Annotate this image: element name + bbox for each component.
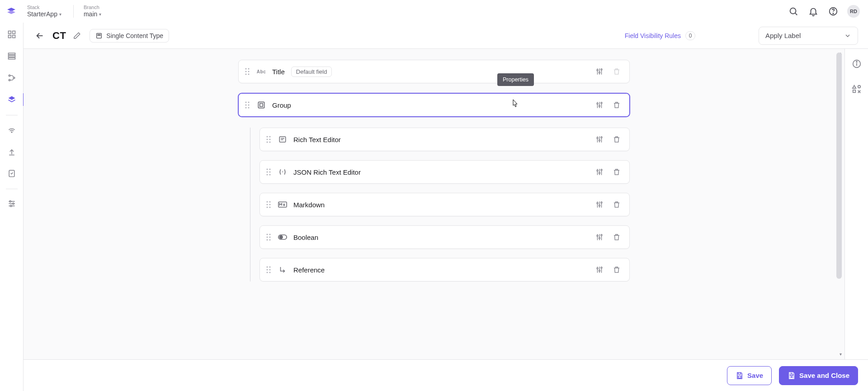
field-delete-button[interactable] [611,199,622,210]
help-button[interactable] [826,4,841,19]
svg-rect-4 [8,31,11,34]
field-markdown[interactable]: Markdown [259,193,630,216]
info-panel-button[interactable] [852,59,862,71]
field-group[interactable]: Group [238,93,630,117]
field-rich-text[interactable]: Rich Text Editor [259,128,630,151]
save-close-label: Save and Close [799,372,849,379]
notifications-button[interactable] [806,4,821,19]
drag-handle[interactable] [265,136,272,143]
field-properties-button[interactable] [594,134,605,145]
scroll-down-arrow[interactable]: ▾ [840,352,842,357]
edit-title-button[interactable] [71,29,83,42]
chevron-down-icon: ▾ [59,12,61,17]
drag-handle[interactable] [244,68,250,75]
nav-workflows[interactable] [5,71,19,85]
svg-point-110 [601,234,602,236]
svg-point-74 [269,172,271,173]
svg-point-81 [597,170,598,172]
svg-point-82 [599,172,600,174]
svg-point-31 [248,68,250,70]
svg-point-53 [597,103,598,105]
field-properties-button[interactable] [594,264,605,275]
drag-handle[interactable] [265,201,272,208]
nav-entries[interactable] [5,49,19,63]
branch-selector[interactable]: Branch main▾ [84,5,101,18]
field-properties-button[interactable] [594,232,605,243]
field-json-rte[interactable]: T JSON Rich Text Editor [259,160,630,184]
markdown-field-icon [278,201,287,208]
nav-tasks[interactable] [5,166,19,181]
svg-point-58 [267,139,268,140]
drag-handle[interactable] [265,168,272,176]
apply-label-select[interactable]: Apply Label [759,27,858,45]
mouse-cursor [510,99,519,112]
drag-handle[interactable] [265,234,272,241]
save-button[interactable]: Save [727,366,772,385]
trash-icon [613,266,621,274]
nav-publish[interactable] [5,144,19,159]
svg-point-44 [245,105,247,106]
clipboard-check-icon [7,169,16,178]
field-properties-button[interactable] [594,167,605,177]
back-button[interactable] [33,29,46,42]
group-field-icon [257,100,266,110]
trash-icon [613,200,621,209]
field-delete-button[interactable] [611,264,622,275]
markdown-icon [278,201,287,208]
save-and-close-button[interactable]: Save and Close [779,366,858,385]
bell-icon [808,6,818,16]
svg-point-95 [599,205,600,206]
nav-dashboard[interactable] [5,27,19,42]
chevron-down-icon: ▾ [99,12,101,17]
pencil-icon [73,32,81,40]
field-delete-button[interactable] [611,100,622,110]
svg-point-12 [9,79,10,81]
single-type-icon [95,32,103,39]
rte-icon [278,135,287,143]
widgets-panel-button[interactable] [852,84,862,96]
field-properties-button[interactable] [594,199,605,210]
trash-icon [613,67,621,76]
nav-content-model[interactable] [5,92,19,107]
field-reference[interactable]: Reference [259,258,630,281]
type-chip-label: Single Content Type [106,32,163,39]
user-avatar[interactable]: RD [847,5,860,18]
field-label: Markdown [293,201,325,209]
svg-point-99 [267,237,268,238]
field-delete-button [611,66,622,77]
search-button[interactable] [786,4,801,19]
svg-point-113 [267,269,268,271]
default-field-chip: Default field [291,67,332,77]
left-nav-rail [0,23,24,391]
field-properties-button[interactable] [594,66,605,77]
field-properties-button[interactable] [594,100,605,110]
avatar-initials: RD [850,9,857,14]
svg-point-35 [248,74,250,75]
field-delete-button[interactable] [611,232,622,243]
field-delete-button[interactable] [611,167,622,177]
app-logo[interactable] [5,5,17,17]
svg-point-42 [245,102,247,103]
group-children: Rich Text Editor T JSON Rich Text Editor [250,128,630,281]
svg-point-104 [279,236,283,239]
field-canvas[interactable]: Abc Title Default field Group [24,49,844,359]
content-type-title: CT [52,30,66,42]
field-label: Title [272,68,285,76]
drag-icon [266,201,271,208]
nav-releases[interactable] [5,123,19,137]
nav-settings[interactable] [5,196,19,211]
drag-handle[interactable] [244,101,250,109]
field-boolean[interactable]: Boolean [259,225,630,249]
field-title[interactable]: Abc Title Default field [238,60,630,83]
group-icon [257,100,266,110]
field-visibility-rules-link[interactable]: Field Visibility Rules 0 [625,31,695,40]
drag-handle[interactable] [265,266,272,273]
field-delete-button[interactable] [611,134,622,145]
stack-selector[interactable]: Stack StarterApp▾ [27,5,61,18]
scrollbar-thumb[interactable] [836,52,842,279]
reference-icon [278,266,287,274]
svg-rect-10 [8,57,15,59]
fvr-label: Field Visibility Rules [625,32,681,39]
svg-point-55 [601,102,602,104]
svg-rect-5 [12,31,15,34]
